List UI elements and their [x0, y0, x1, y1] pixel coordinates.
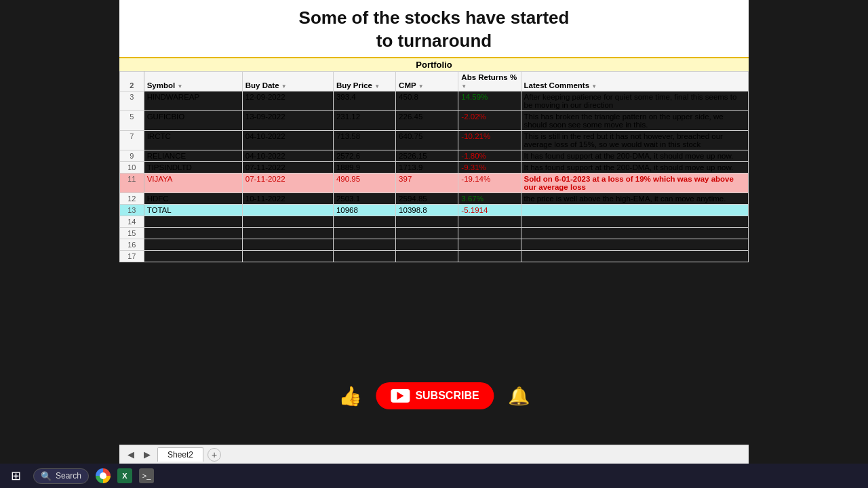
sheet-tab-sheet2[interactable]: Sheet2: [157, 447, 203, 462]
cell-buyprice: 231.12: [333, 110, 395, 130]
taskbar-search-label: Search: [56, 471, 81, 481]
chrome-icon[interactable]: [96, 468, 111, 483]
subscribe-button[interactable]: SUBSCRIBE: [376, 382, 494, 409]
cell-buydate: 07-11-2022: [242, 173, 333, 192]
cell-absreturns: -2.02%: [458, 110, 521, 130]
table-row: 7 IRCTC 04-10-2022 713.58 640.75 -10.21%…: [120, 130, 749, 150]
cell-buydate: 12-09-2022: [242, 91, 333, 110]
empty-row: 17: [120, 250, 749, 262]
sheet-nav-next[interactable]: ▶: [141, 448, 153, 461]
cell-comments: [521, 204, 748, 216]
cell-comments: This is still in the red but it has not …: [521, 130, 748, 150]
cell-symbol: HDFC: [144, 192, 242, 204]
empty-row: 14: [120, 216, 749, 227]
buyprice-filter-icon[interactable]: ▼: [374, 83, 380, 89]
cell-buydate: 10-11-2022: [242, 192, 333, 204]
row-number: 11: [120, 173, 144, 192]
bell-icon: 🔔: [508, 386, 530, 406]
like-button[interactable]: 👍: [338, 385, 362, 407]
col-buydate-header: Buy Date ▼: [242, 71, 333, 91]
search-icon: 🔍: [41, 471, 52, 481]
cmp-filter-icon[interactable]: ▼: [418, 83, 424, 89]
table-row: 13 TOTAL 10968 10398.8 -5.1914: [120, 204, 749, 216]
cell-cmp: 226.45: [396, 110, 458, 130]
table-row: 10 TIPSINDLTD 07-11-2022 1889.9 1713.9 -…: [120, 161, 749, 173]
cell-comments: It has found support at the 200-DMA, it …: [521, 161, 748, 173]
empty-row: 16: [120, 239, 749, 250]
table-row: 12 HDFC 10-11-2022 2503.1 2594.85 3.67% …: [120, 192, 749, 204]
col-comments-header: Latest Comments ▼: [521, 71, 748, 91]
bell-button[interactable]: 🔔: [508, 386, 530, 407]
cell-buyprice: 393.4: [333, 91, 395, 110]
black-right-panel: [749, 0, 868, 488]
cell-absreturns: -19.14%: [458, 173, 521, 192]
cell-absreturns: -5.1914: [458, 204, 521, 216]
cell-buyprice: 2572.6: [333, 150, 395, 161]
cell-buydate: 04-10-2022: [242, 130, 333, 150]
buydate-filter-icon[interactable]: ▼: [281, 83, 287, 89]
cell-symbol: GUFICBIO: [144, 110, 242, 130]
sheet-add-button[interactable]: +: [208, 448, 221, 462]
cell-cmp: 397: [396, 173, 458, 192]
row-number: 5: [120, 110, 144, 130]
terminal-icon[interactable]: >_: [139, 468, 154, 483]
chrome-inner-circle: [100, 472, 106, 479]
cell-buydate: 07-11-2022: [242, 161, 333, 173]
cell-buydate: [242, 204, 333, 216]
col-cmp-header: CMP ▼: [396, 71, 458, 91]
absret-filter-icon[interactable]: ▼: [461, 83, 467, 89]
cell-buyprice: 490.95: [333, 173, 395, 192]
subscribe-overlay: 👍 SUBSCRIBE 🔔: [338, 382, 529, 409]
cell-buyprice: 10968: [333, 204, 395, 216]
cell-absreturns: 14.59%: [458, 91, 521, 110]
thumbs-up-icon: 👍: [338, 385, 362, 407]
cell-cmp: 2526.15: [396, 150, 458, 161]
cell-comments: Sold on 6-01-2023 at a loss of 19% which…: [521, 173, 748, 192]
empty-row: 15: [120, 227, 749, 239]
row-number: 16: [120, 239, 144, 250]
comments-filter-icon[interactable]: ▼: [591, 83, 597, 89]
start-button[interactable]: ⊞: [5, 467, 26, 485]
cell-cmp: 640.75: [396, 130, 458, 150]
cell-symbol: VIJAYA: [144, 173, 242, 192]
col-absret-header: Abs Returns % ▼: [458, 71, 521, 91]
cell-symbol: TOTAL: [144, 204, 242, 216]
cell-symbol: IRCTC: [144, 130, 242, 150]
cell-buyprice: 2503.1: [333, 192, 395, 204]
cell-comments: This has broken the triangle pattern on …: [521, 110, 748, 130]
cell-cmp: 2594.85: [396, 192, 458, 204]
sheet-nav-prev[interactable]: ◀: [125, 448, 137, 461]
row-number: 17: [120, 250, 144, 262]
cell-cmp: 450.8: [396, 91, 458, 110]
row-number: 7: [120, 130, 144, 150]
cell-buyprice: 713.58: [333, 130, 395, 150]
row-number: 3: [120, 91, 144, 110]
taskbar: ⊞ 🔍 Search X >_: [0, 464, 868, 488]
cell-symbol: TIPSINDLTD: [144, 161, 242, 173]
cell-symbol: HINDWAREAP: [144, 91, 242, 110]
row-number: 14: [120, 216, 144, 227]
row-number: 10: [120, 161, 144, 173]
symbol-filter-icon[interactable]: ▼: [177, 83, 182, 89]
row-number: 9: [120, 150, 144, 161]
youtube-play-icon: [397, 392, 403, 400]
cell-absreturns: -10.21%: [458, 130, 521, 150]
title-area: Some of the stocks have started to turna…: [119, 0, 749, 57]
cell-buydate: 04-10-2022: [242, 150, 333, 161]
taskbar-search-box[interactable]: 🔍 Search: [33, 468, 89, 484]
excel-icon[interactable]: X: [117, 468, 132, 483]
cell-absreturns: 3.67%: [458, 192, 521, 204]
cell-absreturns: -9.31%: [458, 161, 521, 173]
cell-comments: the price is well above the high-EMA, it…: [521, 192, 748, 204]
sheet-bar: ◀ ▶ Sheet2 +: [119, 445, 749, 464]
table-row: 9 RELIANCE 04-10-2022 2572.6 2526.15 -1.…: [120, 150, 749, 161]
cell-cmp: 1713.9: [396, 161, 458, 173]
title-line1: Some of the stocks have started: [299, 7, 570, 28]
col-rownum: 2: [120, 71, 144, 91]
header-row: 2 Symbol ▼ Buy Date ▼ Buy Price ▼ CMP ▼: [120, 71, 749, 91]
windows-icon: ⊞: [11, 469, 21, 483]
title-line2: to turnaround: [376, 30, 492, 51]
table-row: 5 GUFICBIO 13-09-2022 231.12 226.45 -2.0…: [120, 110, 749, 130]
content-area: Some of the stocks have started to turna…: [119, 0, 749, 464]
black-left-panel: [0, 0, 119, 488]
